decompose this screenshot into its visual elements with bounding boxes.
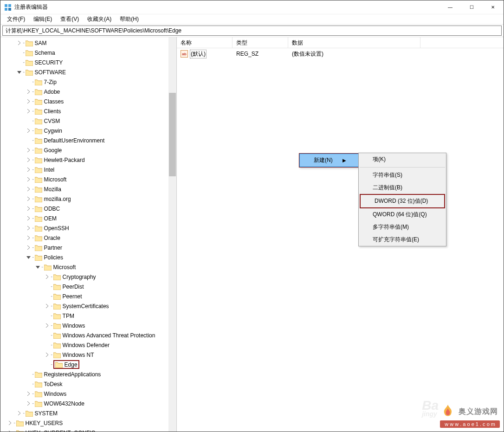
tree-node-system[interactable]: ··SYSTEM <box>1 408 176 418</box>
folder-icon <box>35 371 42 378</box>
tree-node-watp[interactable]: ··Windows Advanced Threat Protection <box>1 330 176 340</box>
value-name: ab(默认) <box>177 50 233 58</box>
tree-node-regapps[interactable]: ··RegisteredApplications <box>1 369 176 379</box>
address-path: 计算机\HKEY_LOCAL_MACHINE\SOFTWARE\Policies… <box>6 27 181 35</box>
submenu-arrow-icon: ▶ <box>342 158 346 163</box>
tree-node-due[interactable]: ··DefaultUserEnvironment <box>1 135 176 145</box>
tree-node-todesk[interactable]: ··ToDesk <box>1 379 176 389</box>
tree-node-clients[interactable]: ··Clients <box>1 106 176 116</box>
ctx-dword[interactable]: DWORD (32 位)值(D) <box>360 194 445 208</box>
value-row-default[interactable]: ab(默认) REG_SZ (数值未设置) <box>177 49 504 58</box>
window-controls: — ☐ ✕ <box>439 0 504 14</box>
folder-icon <box>53 342 61 348</box>
tree-node-hku[interactable]: ··HKEY_USERS <box>1 418 176 428</box>
tree-node-hkcc[interactable]: ··HKEY_CURRENT_CONFIG <box>1 428 176 432</box>
folder-icon <box>35 128 42 134</box>
folder-icon <box>53 274 61 280</box>
ctx-multi[interactable]: 多字符串值(M) <box>359 221 446 233</box>
folder-icon <box>53 352 61 358</box>
tree-node-peerdist[interactable]: ··PeerDist <box>1 282 176 291</box>
close-button[interactable]: ✕ <box>482 0 504 14</box>
ctx-qword[interactable]: QWORD (64 位)值(Q) <box>359 208 446 221</box>
edge-highlight: Edge <box>53 360 79 369</box>
ctx-new[interactable]: 新建(N)▶ <box>299 154 359 167</box>
site-watermark: 奥义游戏网 w w w . a o e 1 . c o m <box>440 404 500 428</box>
folder-icon <box>35 235 42 241</box>
ctx-expand[interactable]: 可扩充字符串值(E) <box>359 233 446 246</box>
tree-node-odbc[interactable]: ··ODBC <box>1 204 176 213</box>
value-list-pane[interactable]: 名称 类型 数据 ab(默认) REG_SZ (数值未设置) 新建(N)▶ 项(… <box>177 37 504 432</box>
minimize-button[interactable]: — <box>439 0 461 14</box>
tree-node-mozillaorg[interactable]: ··mozilla.org <box>1 194 176 204</box>
folder-icon <box>35 147 42 154</box>
tree-node-winnt[interactable]: ··Windows NT <box>1 350 176 360</box>
tree-node-partner[interactable]: ··Partner <box>1 243 176 252</box>
folder-icon <box>26 40 33 46</box>
tree-node-cygwin[interactable]: ··Cygwin <box>1 126 176 135</box>
tree-node-defender[interactable]: ··Windows Defender <box>1 340 176 350</box>
tree-scrollbar[interactable] <box>168 37 176 432</box>
svg-rect-2 <box>5 8 7 11</box>
tree-node-policies-ms[interactable]: ··Microsoft <box>1 262 176 272</box>
tree-pane[interactable]: ··SAM ··Schema ··SECURITY ··SOFTWARE ··7… <box>0 37 177 432</box>
tree-node-7zip[interactable]: ··7-Zip <box>1 77 176 87</box>
maximize-button[interactable]: ☐ <box>461 0 482 14</box>
folder-icon <box>35 98 42 105</box>
tree-node-software[interactable]: ··SOFTWARE <box>1 67 176 77</box>
svg-rect-1 <box>8 4 11 7</box>
tree-node-classes[interactable]: ··Classes <box>1 97 176 106</box>
folder-icon <box>35 79 42 85</box>
col-type[interactable]: 类型 <box>233 37 288 48</box>
tree-node-edge[interactable]: ··Edge <box>1 360 176 369</box>
tree-node-oem[interactable]: ··OEM <box>1 213 176 223</box>
tree-node-wow64[interactable]: ··WOW6432Node <box>1 399 176 408</box>
list-body[interactable]: ab(默认) REG_SZ (数值未设置) 新建(N)▶ 项(K) 字符串值(S… <box>177 48 504 432</box>
tree-node-cvsm[interactable]: ··CVSM <box>1 116 176 126</box>
tree-node-syscert[interactable]: ··SystemCertificates <box>1 301 176 311</box>
tree-node-openssh[interactable]: ··OpenSSH <box>1 223 176 233</box>
address-bar[interactable]: 计算机\HKEY_LOCAL_MACHINE\SOFTWARE\Policies… <box>2 26 502 36</box>
tree-node-crypto[interactable]: ··Cryptography <box>1 272 176 282</box>
app-icon <box>4 4 12 11</box>
folder-icon <box>35 137 42 144</box>
folder-icon <box>35 206 42 212</box>
tree-node-windows[interactable]: ··Windows <box>1 321 176 330</box>
tree-node-hp[interactable]: ··Hewlett-Packard <box>1 155 176 165</box>
ctx-key[interactable]: 项(K) <box>359 153 446 166</box>
tree-node-intel[interactable]: ··Intel <box>1 165 176 174</box>
menu-view[interactable]: 查看(V) <box>57 14 83 24</box>
flame-icon <box>440 404 456 419</box>
tree-node-peernet[interactable]: ··Peernet <box>1 291 176 301</box>
menu-favorites[interactable]: 收藏夹(A) <box>84 14 115 24</box>
tree-node-sam[interactable]: ··SAM <box>1 38 176 48</box>
menu-file[interactable]: 文件(F) <box>3 14 29 24</box>
titlebar: 注册表编辑器 — ☐ ✕ <box>0 0 504 14</box>
col-data[interactable]: 数据 <box>288 37 420 48</box>
svg-rect-3 <box>8 8 11 11</box>
tree-node-google[interactable]: ··Google <box>1 145 176 155</box>
scrollbar-thumb[interactable] <box>169 93 176 176</box>
folder-icon <box>26 69 33 76</box>
menu-edit[interactable]: 编辑(E) <box>30 14 56 24</box>
baidu-watermark: Bajingy <box>422 398 439 418</box>
tree-node-tpm[interactable]: ··TPM <box>1 311 176 321</box>
folder-icon <box>35 381 42 387</box>
folder-icon <box>26 50 33 56</box>
tree-node-security[interactable]: ··SECURITY <box>1 58 176 67</box>
folder-icon <box>35 118 42 124</box>
ctx-string[interactable]: 字符串值(S) <box>359 169 446 181</box>
tree-node-microsoft[interactable]: ··Microsoft <box>1 174 176 184</box>
registry-tree: ··SAM ··Schema ··SECURITY ··SOFTWARE ··7… <box>0 37 176 432</box>
folder-icon <box>35 186 42 193</box>
tree-node-oracle[interactable]: ··Oracle <box>1 233 176 243</box>
tree-node-schema[interactable]: ··Schema <box>1 48 176 58</box>
tree-node-mozilla[interactable]: ··Mozilla <box>1 184 176 194</box>
tree-node-policies[interactable]: ··Policies <box>1 252 176 262</box>
ctx-binary[interactable]: 二进制值(B) <box>359 181 446 194</box>
tree-node-windows2[interactable]: ··Windows <box>1 389 176 399</box>
col-name[interactable]: 名称 <box>177 37 233 48</box>
folder-icon <box>53 322 61 329</box>
tree-node-adobe[interactable]: ··Adobe <box>1 87 176 97</box>
menu-help[interactable]: 帮助(H) <box>116 14 142 24</box>
folder-icon <box>53 284 61 290</box>
